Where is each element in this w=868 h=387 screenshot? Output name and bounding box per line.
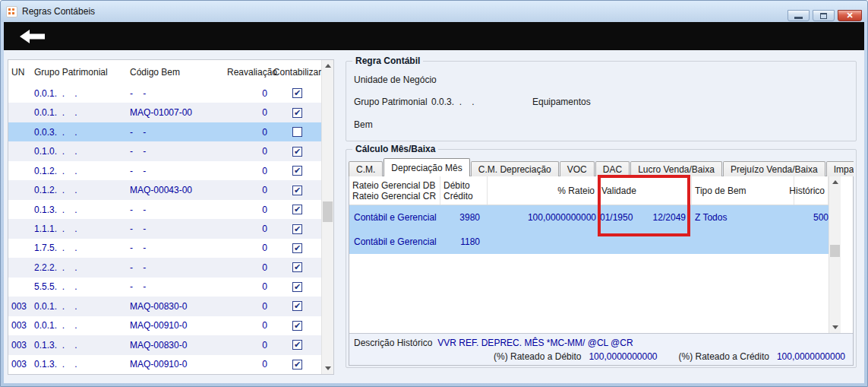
column-header-reavaliacao[interactable]: Reavaliação <box>227 67 273 78</box>
app-logo-icon <box>8 8 16 16</box>
contabilizar-checkbox[interactable]: ✔ <box>292 282 302 292</box>
column-header-debito-credito[interactable]: Débito Crédito <box>440 176 488 205</box>
table-row[interactable]: 0.1.3. . . - - 0 ✔ <box>8 200 321 219</box>
scroll-up-icon[interactable] <box>829 176 841 188</box>
asset-table-body: 0.0.1. . . - - 0 ✔ 0.0.1. . . MAQ-01007-… <box>8 84 321 374</box>
cell-grupo: 0.1.0. . . <box>34 146 130 157</box>
table-row[interactable]: 0.0.1. . . MAQ-01007-00 0 ✔ <box>8 103 321 122</box>
tab-depreciacao-mes[interactable]: Depreciação Mês <box>383 158 469 176</box>
checkmark-icon: ✔ <box>294 322 301 330</box>
rateio-table-scrollbar[interactable] <box>829 176 841 333</box>
scroll-down-icon[interactable] <box>829 322 841 333</box>
table-row[interactable]: 003 0.0.1. . . MAQ-00910-0 0 ✔ <box>8 316 321 335</box>
maximize-icon <box>820 13 827 19</box>
cell-codigo: - - <box>130 281 227 292</box>
cell-reavaliacao: 0 <box>227 243 273 253</box>
tab-voc[interactable]: VOC <box>560 161 595 176</box>
close-button[interactable]: ✕ <box>838 10 862 21</box>
tab-dac[interactable]: DAC <box>595 161 630 176</box>
tab-label: C.M. Depreciação <box>478 164 551 175</box>
cell-validade-fim: 12/2049 <box>653 212 686 223</box>
table-row[interactable]: 003 0.1.3. . . MAQ-00830-0 0 ✔ <box>8 335 321 354</box>
contabilizar-checkbox[interactable]: ✔ <box>292 340 302 350</box>
column-header-rateio-pct[interactable]: % Rateio <box>488 176 598 205</box>
table-row-selected[interactable]: Contábil e Gerencial 1180 <box>349 230 829 254</box>
table-row[interactable]: 003 0.0.1. . . MAQ-00830-0 0 ✔ <box>8 297 321 316</box>
cell-debito-credito: 3980 <box>440 212 488 223</box>
maximize-button[interactable] <box>813 10 835 21</box>
table-row[interactable]: 2.2.2. . . - - 0 ✔ <box>8 258 321 277</box>
minimize-button[interactable] <box>788 10 810 21</box>
table-row[interactable]: 0.1.2. . . MAQ-00043-00 0 ✔ <box>8 180 321 199</box>
table-row[interactable]: 5.5.5. . . - - 0 ✔ <box>8 278 321 297</box>
grupo-patrimonial-desc: Equipamentos <box>532 97 591 107</box>
scrollbar-thumb[interactable] <box>830 245 840 257</box>
contabilizar-checkbox[interactable]: ✔ <box>292 224 302 234</box>
cell-grupo: 1.1.1. . . <box>34 224 130 234</box>
contabilizar-checkbox[interactable]: ✔ <box>292 88 302 98</box>
cell-codigo: - - <box>130 224 227 234</box>
cell-grupo: 0.1.3. . . <box>34 205 130 215</box>
cell-grupo: 0.0.3. . . <box>34 127 130 138</box>
unidade-negocio-label: Unidade de Negócio <box>354 75 437 85</box>
table-row[interactable]: 003 0.1.3. . . MAQ-00910-0 0 ✔ <box>8 355 321 374</box>
cell-historico: 500 <box>794 212 829 223</box>
column-header-codigo-bem[interactable]: Código Bem <box>130 67 227 78</box>
contabilizar-checkbox[interactable]: ✔ <box>292 360 302 370</box>
tab-cm-depreciacao[interactable]: C.M. Depreciação <box>471 161 559 176</box>
checkmark-icon: ✔ <box>294 302 301 310</box>
table-row[interactable]: 0.0.1. . . - - 0 ✔ <box>8 84 321 103</box>
table-row[interactable]: 0.1.0. . . - - 0 ✔ <box>8 141 321 160</box>
table-row-selected[interactable]: Contábil e Gerencial 3980 100,0000000000… <box>349 205 829 230</box>
contabilizar-checkbox[interactable] <box>292 127 302 137</box>
column-header-rateio-gerencial[interactable]: Rateio Gerencial DB Rateio Gerencial CR <box>349 176 440 205</box>
tab-label: Prejuízo Venda/Baixa <box>731 164 818 175</box>
cell-reavaliacao: 0 <box>227 359 273 370</box>
contabilizar-checkbox[interactable]: ✔ <box>292 147 302 157</box>
column-header-un[interactable]: UN <box>8 67 34 78</box>
tab-strip: C.M. Depreciação Mês C.M. Depreciação VO… <box>349 158 854 176</box>
back-button[interactable] <box>19 28 46 45</box>
checkmark-icon: ✔ <box>294 167 301 175</box>
rateio-table: Rateio Gerencial DB Rateio Gerencial CR … <box>349 176 853 333</box>
toolbar <box>4 22 864 50</box>
tab-label: Depreciação Mês <box>391 163 462 173</box>
contabilizar-checkbox[interactable]: ✔ <box>292 186 302 195</box>
cell-reavaliacao: 0 <box>227 166 273 176</box>
contabilizar-checkbox[interactable]: ✔ <box>292 321 302 331</box>
table-row[interactable]: 1.7.5. . . - - 0 ✔ <box>8 239 321 258</box>
scroll-up-icon[interactable] <box>322 60 333 71</box>
column-header-tipo-de-bem[interactable]: Tipo de Bem <box>692 176 794 205</box>
descricao-historico-label: Descrição Histórico <box>354 338 432 348</box>
tab-lucro-venda-baixa[interactable]: Lucro Venda/Baixa <box>630 161 722 176</box>
table-row[interactable]: 0.1.2. . . - - 0 ✔ <box>8 161 321 180</box>
column-header-grupo-patrimonial[interactable]: Grupo Patrimonial <box>34 67 130 78</box>
table-row[interactable]: 1.1.1. . . - - 0 ✔ <box>8 219 321 238</box>
checkmark-icon: ✔ <box>294 225 301 233</box>
scrollbar-thumb[interactable] <box>323 201 333 222</box>
asset-table-scrollbar[interactable] <box>321 60 333 374</box>
descricao-historico-value[interactable]: VVR REF. DEPREC. MÊS *MC-MM/ @CL @CR <box>437 338 633 348</box>
contabilizar-checkbox[interactable]: ✔ <box>292 205 302 214</box>
checkmark-icon: ✔ <box>294 263 301 271</box>
tab-cm[interactable]: C.M. <box>349 161 383 176</box>
table-row-selected[interactable]: 0.0.3. . . - - 0 <box>8 122 321 141</box>
tab-prejuizo-venda-baixa[interactable]: Prejuízo Venda/Baixa <box>723 161 825 176</box>
groupbox-title: Regra Contábil <box>352 56 423 66</box>
scroll-down-icon[interactable] <box>322 363 333 374</box>
column-header-contabilizar[interactable]: Contabilizar <box>273 67 321 78</box>
grupo-patrimonial-value[interactable]: 0.0.3. . . <box>431 97 475 107</box>
contabilizar-checkbox[interactable]: ✔ <box>292 262 302 272</box>
tab-impairment[interactable]: Impairment <box>826 161 854 176</box>
app-icon <box>6 6 17 17</box>
groupbox-title: Cálculo Mês/Baixa <box>352 144 438 154</box>
cell-codigo: - - <box>130 88 227 99</box>
contabilizar-checkbox[interactable]: ✔ <box>292 243 302 253</box>
cell-grupo: 0.1.3. . . <box>34 340 130 351</box>
column-header-validade[interactable]: Validade <box>598 176 692 205</box>
contabilizar-checkbox[interactable]: ✔ <box>292 108 302 118</box>
contabilizar-checkbox[interactable]: ✔ <box>292 301 302 311</box>
asset-table-header: UN Grupo Patrimonial Código Bem Reavalia… <box>8 60 321 84</box>
contabilizar-checkbox[interactable]: ✔ <box>292 166 302 176</box>
column-header-historico[interactable]: Histórico <box>794 176 829 205</box>
